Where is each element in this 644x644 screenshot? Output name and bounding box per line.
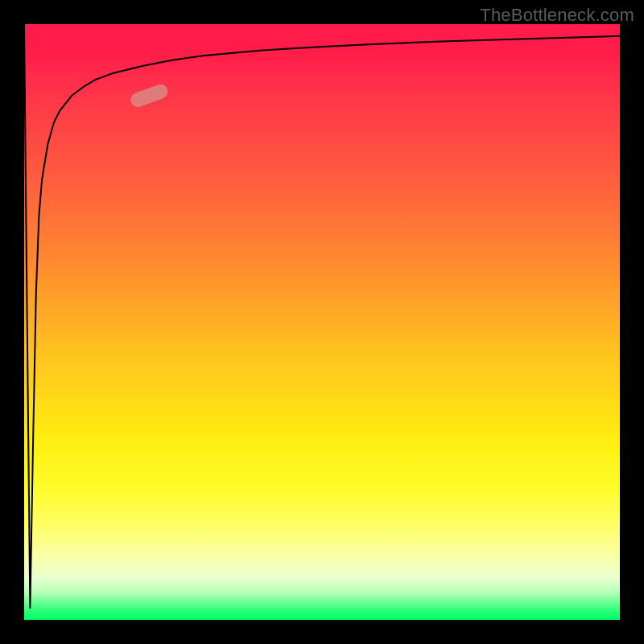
chart-frame: TheBottleneck.com [0, 0, 644, 644]
chart-plot-area [24, 24, 620, 620]
watermark-label: TheBottleneck.com [480, 5, 634, 26]
